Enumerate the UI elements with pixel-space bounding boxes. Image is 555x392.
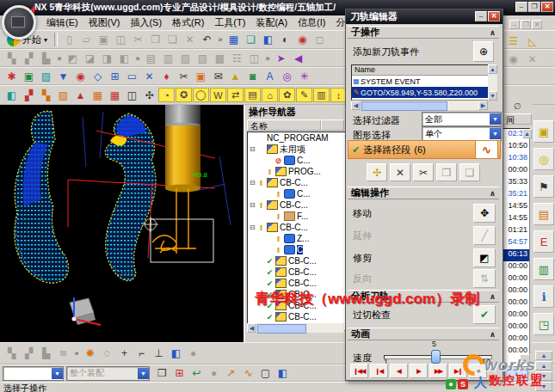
scroll-down-button[interactable]: ▼ [535, 371, 552, 381]
dropdown-arrow-icon[interactable]: ▼ [52, 368, 63, 379]
move-button[interactable]: ✥ [473, 204, 496, 223]
assembly-navigator-icon[interactable]: ▣ [533, 120, 554, 143]
draft-angle-icon[interactable]: ◺ [524, 34, 540, 48]
selection-filter-combo[interactable]: 全部▼ [422, 112, 502, 126]
stop-button[interactable]: ■ [469, 364, 487, 378]
extend-button[interactable]: ╱ [473, 226, 496, 245]
navigator-tree-row[interactable]: ✔ CB-C... [248, 300, 345, 311]
camera-icon[interactable]: ◉ [505, 52, 521, 66]
selection-box-icon[interactable]: ⊞ [171, 366, 188, 381]
machining-wizard-icon[interactable]: E [533, 230, 554, 253]
close-small-icon[interactable]: ✕ [524, 52, 540, 66]
ring-icon[interactable]: ◌ [99, 346, 115, 361]
scroll-down2-button[interactable]: ▼ [535, 382, 552, 391]
path-segment-button[interactable]: ∿ [475, 140, 498, 159]
mesh-snap-icon[interactable]: ≋ [55, 346, 71, 361]
explosion-icon[interactable]: ☷ [229, 51, 245, 65]
toolpath-time-cell[interactable]: 00:00 [503, 309, 529, 322]
shop-doc-icon[interactable]: ▥ [313, 88, 330, 102]
shaded-display-icon[interactable]: ◐ [277, 33, 293, 47]
split-segment-icon[interactable]: ✂ [413, 163, 434, 181]
rotate-component-icon[interactable]: ◪ [82, 51, 98, 65]
shaded-cube-icon[interactable]: ◧ [168, 346, 184, 361]
toolpath-time-cell[interactable]: 54:57 [503, 237, 529, 249]
mdi-minimize-button[interactable]: – [509, 20, 520, 29]
overflow-chevron[interactable]: » [72, 346, 81, 361]
navigator-tree-row[interactable]: ! PROG... [248, 166, 345, 177]
swap-axes-icon[interactable]: ⇄ [227, 88, 244, 102]
rectangle-select-icon[interactable]: ▢ [257, 366, 274, 381]
toolpath-time-cell[interactable]: 00:00 [503, 322, 529, 334]
orient-view-icon[interactable]: ◧ [260, 33, 276, 47]
scrollbar-thumb[interactable] [361, 101, 447, 111]
time-dropdown-icon[interactable]: ⌄ [520, 354, 530, 364]
navigator-tree-row[interactable]: NC_PROGRAM [248, 132, 345, 144]
navigator-tree-row[interactable]: ! C... [248, 188, 345, 199]
more-columns-button[interactable]: › [504, 370, 528, 382]
section-sub-operation[interactable]: 子操作 ∧ [348, 26, 499, 39]
edge-snap-icon[interactable]: ▞ [21, 346, 37, 361]
stretch-tool-icon[interactable]: ✣ [367, 163, 387, 181]
clearance-icon[interactable]: ◫ [246, 51, 262, 65]
stacked-blocks-icon[interactable]: ▚ [38, 88, 54, 102]
copy-segment-icon[interactable]: ❐ [436, 163, 457, 181]
dialog-minimize-button[interactable]: – [475, 11, 487, 21]
wcs-abc-icon[interactable]: W [210, 88, 226, 102]
toolpath-time-cell[interactable]: 35:21 [503, 189, 529, 201]
sheet-icon[interactable]: ▭ [124, 69, 140, 83]
go-to-end-button[interactable]: ▶❙ [449, 364, 467, 378]
close-window-icon[interactable]: ✕ [141, 69, 157, 83]
display-mode-icon[interactable]: ◉ [294, 33, 311, 47]
dropdown-arrow-icon[interactable]: ▼ [138, 368, 149, 379]
line-snap-icon[interactable]: ▞ [21, 51, 37, 65]
face-snap-icon[interactable]: ▙ [38, 346, 54, 361]
toolpath-time-cell[interactable]: 00:00 [503, 285, 529, 297]
move-component-icon[interactable]: ◩ [65, 51, 81, 65]
power-icon[interactable]: ◯ [193, 88, 209, 102]
scroll-up-icon[interactable]: ▲ [488, 64, 497, 74]
menu-item[interactable]: 插入(S) [125, 15, 167, 30]
toolpath-time-cell[interactable]: 00:00 [503, 297, 529, 309]
overflow-chevron[interactable]: » [216, 33, 225, 47]
reverse-button[interactable]: ⇅ [473, 269, 496, 288]
measure-icon[interactable]: ◉ [72, 69, 89, 83]
plus-icon[interactable]: + [116, 346, 133, 361]
tool-holder-icon[interactable]: ✣ [141, 88, 157, 102]
overflow-chevron[interactable]: » [133, 51, 142, 65]
pushpin-icon[interactable]: ▼ [55, 69, 71, 83]
scroll-up2-button[interactable]: ▲ [535, 361, 552, 371]
navigator-tree-row[interactable]: ⊟ ! CB-C... [248, 177, 345, 188]
megaphone-icon[interactable]: ◀ [290, 51, 306, 65]
mesh-part-icon[interactable]: ▨ [55, 88, 71, 102]
toolpath-time-cell[interactable]: 35:33 [503, 177, 529, 189]
collapse-icon[interactable]: ∧ [490, 28, 496, 37]
collapse-icon[interactable]: ∧ [490, 330, 496, 339]
history-icon[interactable]: ◳ [533, 313, 554, 335]
navigator-tree-row[interactable]: ✔ CB-C... [248, 255, 345, 266]
internet-browser-icon[interactable]: ℹ [533, 285, 554, 308]
navigator-tree-row[interactable]: ! C [248, 244, 345, 255]
colored-blocks-icon[interactable]: ▞ [21, 88, 37, 102]
undo-selection-icon[interactable]: ↩ [188, 366, 205, 381]
scroll-down-icon[interactable]: ▼ [488, 91, 497, 101]
constraint-navigator-icon[interactable]: ◎ [533, 148, 554, 170]
step-backward-button[interactable]: ❙◀ [370, 364, 388, 378]
navigator-tree-row[interactable]: ✔ CB-C... [248, 311, 345, 322]
part-tree-icon[interactable]: ♦ [158, 69, 175, 83]
point-snap-icon[interactable]: ▚ [3, 51, 20, 65]
step-forward-button[interactable]: ▶▶ [429, 364, 447, 378]
part-navigator-icon[interactable]: ⚑ [533, 175, 554, 198]
alert-bell-icon[interactable]: ▲ [227, 69, 244, 83]
close-button[interactable]: ✕ [541, 2, 553, 12]
toolpath-time-cell[interactable]: 10:50 [503, 141, 529, 153]
restore-button[interactable]: ❐ [528, 2, 540, 12]
print-part-icon[interactable]: ◫ [124, 88, 140, 102]
overflow-chevron[interactable]: » [263, 51, 272, 65]
overcut-check-button[interactable]: ✔ [473, 305, 496, 324]
spline-icon[interactable]: ∿ [240, 366, 256, 381]
event-list-hscrollbar[interactable]: ◀ ▶ [351, 101, 488, 110]
navigator-tree-row[interactable]: ✔ CB-C... [248, 266, 345, 278]
mdi-restore-button[interactable]: ❐ [521, 20, 531, 29]
layer-settings-icon[interactable]: ❑ [243, 33, 259, 47]
dialog-close-button[interactable]: ✕ [488, 11, 500, 21]
